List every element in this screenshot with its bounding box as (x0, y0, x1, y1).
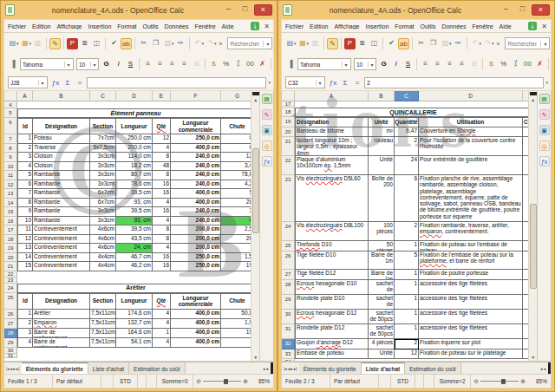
cut-button[interactable]: ✂ (415, 38, 427, 49)
cell[interactable]: 78,6 cm (116, 180, 153, 190)
first-sheet-icon[interactable]: |◂ (6, 366, 10, 371)
cell[interactable]: 50 pièces (369, 241, 395, 252)
cell[interactable]: 8 (17, 199, 33, 208)
font-size-combobox[interactable]: ▾ (354, 58, 376, 70)
cell[interactable]: Barre de renforcement (33, 329, 90, 338)
scroll-left-icon[interactable]: ◂ (263, 366, 265, 371)
cell[interactable]: Plaque d'aluminium 10x100cm ép. 1,5mm (295, 156, 369, 175)
cell[interactable]: 1 (17, 310, 33, 319)
row-header-7[interactable]: 7 (4, 134, 17, 144)
maximize-button[interactable]: □ (238, 4, 252, 16)
search-box[interactable]: ▾ (227, 37, 272, 49)
search-box[interactable]: ▾ (505, 37, 550, 49)
cell[interactable]: 16 (153, 253, 171, 263)
cell[interactable]: Rambarde (33, 199, 90, 208)
sidebar-toggle-icon[interactable]: ▐ (7, 59, 18, 70)
previous-sheet-icon[interactable]: ◂ (288, 366, 291, 371)
row-header-34[interactable]: 34 (282, 359, 295, 361)
row-header-22[interactable]: 22 (4, 271, 17, 278)
cell[interactable]: 1 (395, 324, 419, 339)
cell[interactable]: Vis électrozingués D5L60 (295, 175, 369, 222)
cell[interactable]: 2 (17, 144, 33, 154)
cell[interactable]: 16 (153, 180, 171, 190)
print-button[interactable]: ≣ (356, 38, 368, 49)
cell[interactable]: 5x7,5cm (90, 144, 116, 154)
cell[interactable]: 6,47 (395, 127, 419, 137)
cell[interactable]: 7,5x11cm (90, 329, 116, 338)
row-header-28[interactable]: 28 (282, 280, 295, 295)
cell[interactable]: Qté (153, 118, 171, 134)
spreadsheet-grid[interactable]: ABCD1718QUINCAILLERIE19DésignationUnitéQ… (282, 91, 528, 361)
navigator-icon[interactable]: ◎ (539, 140, 550, 151)
expand-formula-bar-icon[interactable]: ▾ (545, 80, 548, 85)
italic-button[interactable]: I (390, 59, 402, 70)
cell-reference-box[interactable]: ▾ (8, 76, 48, 88)
update-available-icon[interactable]: ⭳ (251, 22, 259, 30)
cell[interactable]: Désignation (33, 293, 90, 310)
chevron-down-icon[interactable]: ▾ (38, 80, 46, 86)
menu-item-donnes[interactable]: Données (164, 23, 188, 29)
cell[interactable]: 4 (153, 338, 171, 348)
cell[interactable]: 8 (153, 153, 171, 162)
font-name-combobox[interactable]: ▾ (20, 58, 74, 70)
update-available-icon[interactable]: ⭳ (528, 22, 537, 30)
cell[interactable]: 93, cm (116, 199, 153, 208)
cell[interactable]: 8 (153, 235, 171, 245)
row-header-15[interactable]: 15 (4, 207, 17, 217)
cell[interactable]: 1 (395, 295, 419, 310)
cell[interactable]: Longueur commerciale (171, 293, 221, 310)
edit-mode-button[interactable]: ✎ (49, 38, 61, 49)
chevron-down-icon[interactable]: ▾ (294, 41, 297, 46)
zoom-slider[interactable]: ⊖ ⊕ (193, 378, 251, 385)
cell[interactable]: 1 (153, 329, 171, 338)
cell[interactable]: 2 (395, 222, 419, 241)
cell[interactable]: 14 (17, 253, 33, 263)
cell[interactable]: 200,0 cm (171, 235, 221, 245)
chevron-down-icon[interactable]: ▾ (16, 41, 19, 46)
cell[interactable]: 16 (153, 207, 171, 217)
select-all-corner[interactable] (4, 91, 17, 101)
cell[interactable]: 6 (221, 217, 251, 226)
row-header-31[interactable]: 31 (4, 354, 17, 358)
scroll-down-icon[interactable]: ▼ (531, 354, 535, 361)
row-header-25[interactable]: 25 (4, 293, 17, 310)
spelling-button[interactable]: ✔ (386, 38, 397, 49)
cell[interactable]: 12 (221, 153, 251, 162)
chevron-down-icon[interactable]: ▾ (64, 62, 72, 68)
cell[interactable]: 240,0 cm (171, 162, 221, 172)
cell[interactable]: 2 (17, 319, 33, 329)
cell[interactable]: Désignation (33, 118, 90, 134)
cell[interactable]: 114,0 cm (116, 153, 153, 162)
cell[interactable]: 240,0 cm (171, 153, 221, 162)
cell[interactable]: accessoire des tige filetées (419, 295, 523, 310)
cell[interactable]: Unité (369, 117, 395, 127)
cell[interactable]: Section (90, 293, 116, 310)
menu-item-format[interactable]: Format (395, 23, 414, 29)
cell[interactable]: Utilisation (419, 117, 523, 127)
cell[interactable]: Ecrous hexagonale D12 (295, 310, 369, 324)
row-header-6[interactable]: 6 (4, 118, 17, 134)
cell[interactable]: Traverse (33, 144, 90, 154)
cell[interactable]: 54,1 cm (116, 338, 153, 348)
properties-icon[interactable]: ▤ (262, 94, 272, 104)
cell[interactable]: 1 (17, 134, 33, 144)
cell[interactable]: m² (369, 127, 395, 137)
cell[interactable]: 24, cm (116, 244, 153, 253)
cell[interactable]: 7,5x11cm (90, 310, 116, 319)
cell[interactable]: 400,0 cm (171, 319, 221, 329)
column-header-F[interactable]: F (171, 91, 221, 101)
font-name-combobox[interactable]: ▾ (297, 58, 351, 70)
cell[interactable]: 3x3cm (90, 171, 116, 180)
scrollbar-thumb[interactable] (252, 148, 259, 233)
cell[interactable]: 12 (395, 350, 419, 359)
font-name-input[interactable] (298, 62, 342, 68)
cell[interactable]: Rondelle plate D12 (295, 324, 369, 339)
scrollbar-thumb[interactable] (530, 204, 537, 289)
vertical-scrollbar[interactable]: ▲ ▼ (251, 91, 259, 361)
print-button[interactable]: ≣ (79, 38, 90, 49)
cell[interactable]: Vis électrozingués D8L100 (295, 222, 369, 241)
font-size-input[interactable] (77, 62, 90, 68)
cell[interactable]: 3x3cm (90, 180, 116, 190)
cell[interactable]: sachet de 100pcs (369, 280, 395, 295)
cell[interactable]: 12 (17, 235, 33, 245)
